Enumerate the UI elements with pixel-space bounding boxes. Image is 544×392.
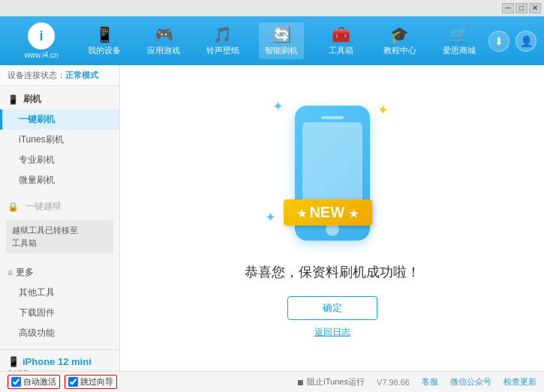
skip-wizard-input[interactable]	[68, 377, 78, 387]
nav-my-device[interactable]: 📱 我的设备	[82, 22, 127, 59]
content-area: ✦ ✦ ✦ NEW 恭喜您，保资料刷机成功啦！ 确定 返回日志	[120, 65, 544, 371]
nav-apps-label: 应用游戏	[147, 45, 180, 56]
more-header-icon: ≡	[8, 268, 13, 278]
nav-device-label: 我的设备	[88, 45, 121, 56]
jailbreak-label: 一键越狱	[23, 200, 62, 213]
minimize-button[interactable]: ─	[502, 3, 514, 13]
sidebar-item-pro-flash[interactable]: 专业刷机	[0, 150, 119, 170]
nav-store-icon: 🛒	[449, 25, 468, 43]
device-storage: 64GB	[8, 369, 112, 371]
wechat-link[interactable]: 微信公众号	[450, 376, 491, 388]
nav-tutorial-label: 教程中心	[383, 45, 416, 56]
sparkle-3: ✦	[265, 209, 276, 226]
nav-toolbox-label: 工具箱	[329, 45, 353, 56]
sparkle-2: ✦	[377, 102, 389, 118]
status-value: 正常模式	[65, 70, 98, 79]
sidebar-item-onekey-flash[interactable]: 一键刷机	[0, 109, 119, 130]
nav-right: ⬇ 👤	[488, 31, 536, 52]
success-text: 恭喜您，保资料刷机成功啦！	[245, 263, 420, 281]
nav-device-icon: 📱	[95, 25, 114, 43]
skip-wizard-checkbox[interactable]: 跳过向导	[65, 375, 117, 389]
bottom-bar: 自动激活 跳过向导 ⏹ 阻止iTunes运行 V7.98.66 客服 微信公众号…	[0, 371, 544, 392]
confirm-button[interactable]: 确定	[287, 296, 377, 320]
jailbreak-info-box: 越狱工具已转移至工具箱	[6, 220, 113, 253]
sidebar-more-header: ≡ 更多	[0, 262, 119, 283]
nav-ringtones-icon: 🎵	[213, 25, 232, 43]
nav-apps-icon: 🎮	[155, 25, 173, 43]
sidebar-item-micro-flash[interactable]: 微量刷机	[0, 170, 119, 190]
nav-store[interactable]: 🛒 爱思商城	[437, 22, 482, 59]
device-info: 📱 iPhone 12 mini 64GB Down-12mini-13.1	[0, 349, 119, 371]
jailbreak-info-text: 越狱工具已转移至工具箱	[12, 226, 78, 247]
sidebar-item-itunes-flash[interactable]: iTunes刷机	[0, 130, 119, 150]
nav-tutorial[interactable]: 🎓 教程中心	[377, 22, 422, 59]
logo-icon: i	[28, 22, 55, 49]
nav-toolbox[interactable]: 🧰 工具箱	[318, 22, 363, 59]
customer-service-link[interactable]: 客服	[422, 376, 438, 388]
version-label: V7.98.66	[377, 378, 410, 387]
status-label: 设备连接状态：	[8, 70, 65, 79]
sidebar-jailbreak-section: 🔒 一键越狱 越狱工具已转移至工具箱	[0, 193, 119, 259]
download-button[interactable]: ⬇	[488, 31, 509, 52]
close-button[interactable]: ✕	[529, 3, 541, 13]
auto-activate-checkbox[interactable]: 自动激活	[8, 375, 60, 389]
sparkle-1: ✦	[272, 98, 284, 115]
title-bar: ─ □ ✕	[0, 0, 544, 16]
user-button[interactable]: 👤	[515, 31, 536, 52]
main-layout: 设备连接状态：正常模式 📱 刷机 一键刷机 iTunes刷机 专业刷机 微量刷机…	[0, 65, 544, 371]
maximize-button[interactable]: □	[515, 3, 527, 13]
flash-header-label: 刷机	[23, 93, 41, 106]
flash-header-icon: 📱	[8, 94, 19, 105]
nav-smart-flash[interactable]: 🔄 智能刷机	[259, 22, 304, 59]
nav-apps-games[interactable]: 🎮 应用游戏	[141, 22, 186, 59]
auto-activate-input[interactable]	[11, 377, 21, 387]
sidebar-jailbreak-header: 🔒 一键越狱	[0, 196, 119, 217]
device-phone-icon: 📱	[8, 356, 20, 367]
nav-flash-icon: 🔄	[272, 25, 291, 43]
nav-toolbox-icon: 🧰	[332, 25, 350, 43]
sidebar-item-other-tools[interactable]: 其他工具	[0, 283, 119, 303]
more-header-label: 更多	[16, 266, 34, 279]
stop-icon: ⏹	[296, 378, 305, 387]
go-back-link[interactable]: 返回日志	[314, 326, 350, 339]
sidebar: 设备连接状态：正常模式 📱 刷机 一键刷机 iTunes刷机 专业刷机 微量刷机…	[0, 65, 120, 371]
sidebar-more-section: ≡ 更多 其他工具 下载固件 高级功能	[0, 259, 119, 346]
sidebar-item-download-firmware[interactable]: 下载固件	[0, 303, 119, 323]
sidebar-flash-header: 📱 刷机	[0, 89, 119, 109]
status-bar-top: 设备连接状态：正常模式	[0, 65, 119, 86]
phone-speaker	[321, 116, 344, 119]
logo: i www.i4.cn	[8, 22, 75, 59]
check-update-link[interactable]: 检查更新	[503, 376, 536, 388]
top-nav: i www.i4.cn 📱 我的设备 🎮 应用游戏 🎵 铃声壁纸 🔄 智能刷机 …	[0, 16, 544, 65]
stop-itunes[interactable]: ⏹ 阻止iTunes运行	[296, 376, 365, 388]
nav-items: 📱 我的设备 🎮 应用游戏 🎵 铃声壁纸 🔄 智能刷机 🧰 工具箱 🎓 教程中心…	[75, 22, 488, 59]
nav-tutorial-icon: 🎓	[390, 25, 409, 43]
nav-ringtones-label: 铃声壁纸	[206, 45, 239, 56]
sidebar-flash-section: 📱 刷机 一键刷机 iTunes刷机 专业刷机 微量刷机	[0, 86, 119, 193]
bottom-right: ⏹ 阻止iTunes运行 V7.98.66 客服 微信公众号 检查更新	[296, 376, 536, 388]
phone-illustration: ✦ ✦ ✦ NEW	[265, 98, 400, 248]
logo-text: www.i4.cn	[24, 51, 58, 59]
new-ribbon: NEW	[284, 199, 372, 226]
device-name: 📱 iPhone 12 mini	[8, 356, 112, 367]
nav-store-label: 爱思商城	[443, 45, 476, 56]
nav-flash-label: 智能刷机	[265, 45, 298, 56]
lock-icon: 🔒	[8, 202, 19, 212]
bottom-left: 自动激活 跳过向导	[8, 375, 296, 389]
nav-ringtones[interactable]: 🎵 铃声壁纸	[200, 22, 245, 59]
sidebar-item-advanced[interactable]: 高级功能	[0, 323, 119, 343]
